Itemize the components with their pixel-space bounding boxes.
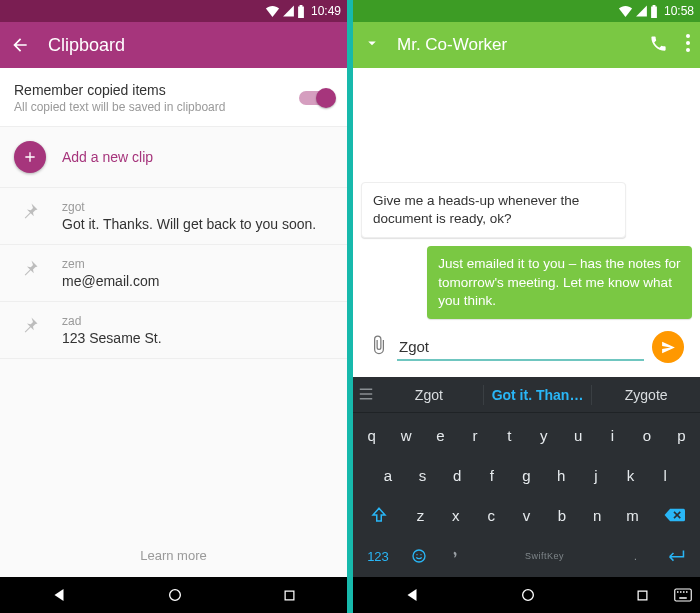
key-letter[interactable]: y [528, 417, 559, 453]
plus-icon[interactable] [14, 141, 46, 173]
key-letter[interactable]: t [494, 417, 525, 453]
key-letter[interactable]: m [616, 497, 648, 533]
key-letter[interactable]: c [475, 497, 507, 533]
key-letter[interactable]: i [597, 417, 628, 453]
pin-icon[interactable] [21, 202, 39, 224]
clip-item[interactable]: zgot Got it. Thanks. Will get back to yo… [0, 188, 347, 244]
add-clip-row[interactable]: Add a new clip [0, 127, 347, 187]
key-letter[interactable]: k [615, 457, 647, 493]
key-letter[interactable]: a [372, 457, 404, 493]
battery-icon [297, 5, 305, 18]
svg-rect-15 [679, 597, 687, 599]
status-time: 10:49 [311, 4, 341, 18]
key-letter[interactable]: p [666, 417, 697, 453]
clipboard-body: Remember copied items All copied text wi… [0, 68, 347, 577]
key-letter[interactable]: f [476, 457, 508, 493]
suggestion-item[interactable]: Got it. Than… [490, 387, 586, 403]
chevron-down-icon[interactable] [363, 34, 381, 56]
chat-area[interactable]: Give me a heads-up whenever the document… [353, 68, 700, 377]
key-letter[interactable]: u [562, 417, 593, 453]
shift-key[interactable] [356, 497, 401, 533]
comma-key[interactable] [439, 539, 468, 573]
wifi-icon [265, 5, 280, 17]
key-letter[interactable]: w [390, 417, 421, 453]
key-letter[interactable]: r [459, 417, 490, 453]
keyboard-row: z x c v b n m [356, 497, 697, 533]
nav-back-icon[interactable] [50, 586, 68, 604]
compose-row [361, 327, 692, 371]
nav-home-icon[interactable] [520, 587, 536, 603]
nav-back-icon[interactable] [403, 586, 421, 604]
attach-icon[interactable] [369, 335, 389, 359]
setting-sublabel: All copied text will be saved in clipboa… [14, 100, 225, 114]
contact-name[interactable]: Mr. Co-Worker [397, 35, 649, 55]
numeric-key[interactable]: 123 [356, 539, 400, 573]
page-title: Clipboard [48, 35, 125, 56]
pin-icon[interactable] [21, 316, 39, 338]
svg-rect-12 [680, 591, 682, 593]
clip-item[interactable]: zad 123 Sesame St. [0, 302, 347, 358]
svg-point-6 [417, 554, 418, 555]
key-letter[interactable]: s [407, 457, 439, 493]
back-icon[interactable] [10, 35, 30, 55]
emoji-key[interactable] [403, 539, 436, 573]
keyboard-bottom-row: 123 SwiftKey . [353, 539, 700, 577]
android-navbar [353, 577, 700, 613]
enter-key[interactable] [653, 539, 697, 573]
phone-icon[interactable] [649, 34, 668, 57]
svg-rect-10 [675, 589, 692, 601]
key-letter[interactable]: b [546, 497, 578, 533]
status-time: 10:58 [664, 4, 694, 18]
messaging-app: 10:58 Mr. Co-Worker Give me a heads-up w… [353, 0, 700, 613]
key-letter[interactable]: v [510, 497, 542, 533]
message-input[interactable] [397, 334, 644, 361]
clip-item[interactable]: zem me@email.com [0, 245, 347, 301]
svg-point-5 [413, 550, 425, 562]
key-letter[interactable]: x [440, 497, 472, 533]
message-outgoing[interactable]: Just emailed it to you – has the notes f… [427, 246, 692, 319]
hamburger-icon[interactable] [359, 386, 373, 404]
key-letter[interactable]: q [356, 417, 387, 453]
message-incoming[interactable]: Give me a heads-up whenever the document… [361, 182, 626, 238]
key-letter[interactable]: e [425, 417, 456, 453]
svg-rect-9 [638, 591, 647, 600]
clip-key: zad [62, 314, 162, 328]
toggle-switch[interactable] [299, 91, 333, 105]
clip-value: 123 Sesame St. [62, 330, 162, 346]
svg-point-2 [686, 34, 690, 38]
spacebar[interactable]: SwiftKey [471, 539, 618, 573]
battery-icon [650, 5, 658, 18]
key-letter[interactable]: z [404, 497, 436, 533]
period-key[interactable]: . [621, 539, 650, 573]
learn-more-link[interactable]: Learn more [0, 538, 347, 577]
svg-rect-11 [677, 591, 679, 593]
remember-copied-setting[interactable]: Remember copied items All copied text wi… [0, 68, 347, 126]
suggestion-item[interactable]: Zygote [598, 387, 694, 403]
svg-point-3 [686, 41, 690, 45]
nav-recents-icon[interactable] [282, 588, 297, 603]
nav-home-icon[interactable] [167, 587, 183, 603]
chat-header: Mr. Co-Worker [353, 22, 700, 68]
key-letter[interactable]: n [581, 497, 613, 533]
signal-icon [635, 5, 648, 17]
svg-point-4 [686, 48, 690, 52]
pin-icon[interactable] [21, 259, 39, 281]
clip-key: zem [62, 257, 159, 271]
backspace-key[interactable] [652, 497, 697, 533]
signal-icon [282, 5, 295, 17]
key-letter[interactable]: j [580, 457, 612, 493]
key-letter[interactable]: g [511, 457, 543, 493]
suggestion-item[interactable]: Zgot [381, 387, 477, 403]
svg-point-7 [421, 554, 422, 555]
key-letter[interactable]: l [649, 457, 681, 493]
keyboard-switch-icon[interactable] [674, 588, 692, 602]
more-icon[interactable] [686, 34, 690, 56]
svg-rect-1 [285, 591, 294, 600]
key-letter[interactable]: h [545, 457, 577, 493]
send-button[interactable] [652, 331, 684, 363]
keyboard-rows: q w e r t y u i o p a s d f g h j k l [353, 413, 700, 539]
nav-recents-icon[interactable] [635, 588, 650, 603]
key-letter[interactable]: o [631, 417, 662, 453]
key-letter[interactable]: d [441, 457, 473, 493]
setting-label: Remember copied items [14, 82, 225, 98]
